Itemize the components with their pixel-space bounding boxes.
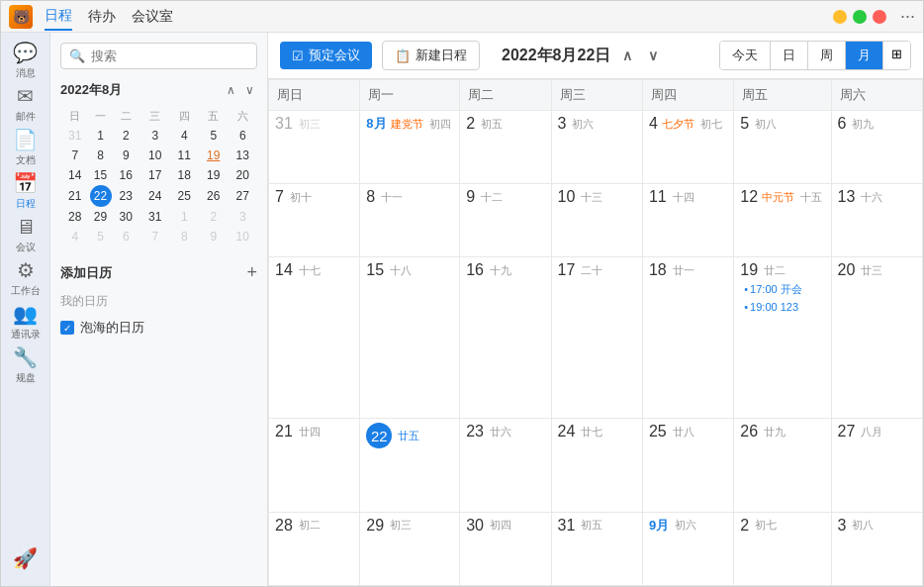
cal-cell[interactable]: 26廿九	[734, 419, 831, 512]
mini-cal-day[interactable]: 31	[60, 126, 90, 146]
mini-cal-day[interactable]: 13	[229, 146, 258, 165]
cal-cell[interactable]: 31初五	[551, 512, 642, 585]
sidebar-item-calendar[interactable]: 📅 日程	[6, 171, 46, 211]
mini-cal-day[interactable]: 27	[229, 185, 258, 207]
mini-cal-day[interactable]: 11	[170, 146, 200, 165]
sidebar-item-meeting[interactable]: 🖥 会议	[6, 215, 46, 254]
cal-cell[interactable]: 29初三	[360, 512, 460, 585]
mini-cal-day[interactable]: 30	[112, 207, 141, 227]
day-view-button[interactable]: 日	[771, 42, 808, 69]
cal-cell[interactable]: 18廿一	[642, 257, 733, 419]
nav-meeting-room[interactable]: 会议室	[132, 4, 173, 30]
mini-cal-next[interactable]: ∨	[242, 82, 257, 98]
search-input[interactable]	[91, 49, 248, 63]
mini-cal-day[interactable]: 10	[229, 227, 258, 246]
mini-cal-day[interactable]: 25	[170, 185, 200, 207]
mini-cal-day[interactable]: 16	[112, 165, 141, 185]
cal-cell[interactable]: 11十四	[642, 184, 733, 257]
cal-cell[interactable]: 10十三	[551, 184, 642, 257]
next-period-button[interactable]: ∨	[644, 46, 662, 65]
mini-cal-day[interactable]: 3	[229, 207, 258, 227]
cal-cell[interactable]: 8十一	[360, 184, 460, 257]
mini-cal-day[interactable]: 19	[199, 146, 229, 165]
mini-cal-day[interactable]: 6	[229, 126, 258, 146]
event-1900[interactable]: 19:00 123	[740, 300, 824, 314]
mini-cal-day[interactable]: 1	[170, 207, 200, 227]
cal-cell[interactable]: 19廿二 17:00 开会 19:00 123	[734, 257, 831, 419]
cal-cell[interactable]: 4七夕节初七	[642, 111, 733, 184]
cal-cell[interactable]: 20廿三	[831, 257, 922, 419]
cal-cell[interactable]: 9月初六	[642, 512, 733, 585]
mini-cal-day[interactable]: 17	[140, 165, 170, 185]
cal-cell[interactable]: 9十二	[460, 184, 551, 257]
mini-cal-day[interactable]: 1	[90, 126, 112, 146]
sidebar-item-mail[interactable]: ✉ 邮件	[6, 84, 46, 124]
cal-cell[interactable]: 5初八	[734, 111, 831, 184]
calendar-checkbox[interactable]: ✓	[60, 321, 74, 335]
cal-cell[interactable]: 17二十	[551, 257, 642, 419]
cal-cell[interactable]: 2初五	[460, 111, 551, 184]
mini-cal-day[interactable]: 7	[140, 227, 170, 246]
mini-cal-day[interactable]: 5	[90, 227, 112, 246]
cal-cell[interactable]: 25廿八	[642, 419, 733, 512]
sidebar-item-bottom[interactable]: 🚀	[6, 538, 46, 578]
cal-cell[interactable]: 30初四	[460, 512, 551, 585]
mini-cal-day[interactable]: 29	[90, 207, 112, 227]
mini-cal-day[interactable]: 24	[140, 185, 170, 207]
sidebar-item-messages[interactable]: 💬 消息	[6, 41, 46, 80]
mini-cal-day[interactable]: 7	[60, 146, 90, 165]
mini-cal-day[interactable]: 15	[90, 165, 112, 185]
mini-cal-day[interactable]: 6	[112, 227, 141, 246]
cal-cell[interactable]: 16十九	[460, 257, 551, 419]
restore-button[interactable]	[853, 10, 867, 24]
sidebar-item-docs[interactable]: 📄 文档	[6, 128, 46, 167]
mini-cal-today[interactable]: 22	[90, 185, 112, 207]
cal-cell[interactable]: 12中元节十五	[734, 184, 831, 257]
mini-cal-day[interactable]: 3	[140, 126, 170, 146]
prev-period-button[interactable]: ∧	[618, 46, 636, 65]
cal-cell[interactable]: 15十八	[360, 257, 460, 419]
more-view-button[interactable]: ⊞	[883, 42, 910, 69]
minimize-button[interactable]	[833, 10, 847, 24]
mini-cal-day[interactable]: 4	[60, 227, 90, 246]
search-box[interactable]: 🔍	[60, 43, 257, 69]
mini-cal-day[interactable]: 2	[199, 207, 229, 227]
mini-cal-day[interactable]: 4	[170, 126, 200, 146]
close-button[interactable]	[873, 10, 886, 24]
cal-cell[interactable]: 8月 建党节 初四	[360, 111, 460, 184]
add-calendar-section[interactable]: 添加日历 +	[60, 262, 257, 283]
mini-cal-day[interactable]: 2	[112, 126, 141, 146]
cal-cell[interactable]: 14十七	[269, 257, 360, 419]
mini-cal-day[interactable]: 31	[140, 207, 170, 227]
cal-cell[interactable]: 6初九	[831, 111, 922, 184]
week-view-button[interactable]: 周	[808, 42, 846, 69]
mini-cal-day[interactable]: 9	[112, 146, 141, 165]
add-calendar-button[interactable]: +	[246, 262, 257, 283]
mini-cal-day[interactable]: 26	[199, 185, 229, 207]
cal-cell[interactable]: 7初十	[269, 184, 360, 257]
nav-schedule[interactable]: 日程	[45, 3, 72, 31]
mini-cal-day[interactable]: 14	[60, 165, 90, 185]
mini-cal-day[interactable]: 18	[170, 165, 200, 185]
today-button[interactable]: 今天	[720, 42, 771, 69]
mini-cal-day[interactable]: 8	[90, 146, 112, 165]
sidebar-item-contacts[interactable]: 👥 通讯录	[6, 302, 46, 342]
cal-cell[interactable]: 3初八	[831, 512, 922, 585]
mini-cal-day[interactable]: 8	[170, 227, 200, 246]
mini-cal-day[interactable]: 5	[199, 126, 229, 146]
mini-cal-day[interactable]: 28	[60, 207, 90, 227]
cal-cell[interactable]: 3初六	[551, 111, 642, 184]
cal-cell[interactable]: 24廿七	[551, 419, 642, 512]
mini-cal-day[interactable]: 20	[229, 165, 258, 185]
new-event-button[interactable]: 📋 新建日程	[382, 41, 480, 70]
cal-cell[interactable]: 21廿四	[269, 419, 360, 512]
mini-cal-prev[interactable]: ∧	[224, 82, 238, 98]
month-view-button[interactable]: 月	[846, 42, 883, 69]
cal-cell[interactable]: 2初七	[734, 512, 831, 585]
schedule-meeting-button[interactable]: ☑ 预定会议	[280, 42, 372, 69]
mini-cal-day[interactable]: 23	[112, 185, 141, 207]
cal-cell[interactable]: 27八月	[831, 419, 922, 512]
sidebar-item-settings[interactable]: 🔧 规盘	[6, 345, 46, 385]
event-1700[interactable]: 17:00 开会	[740, 281, 824, 298]
mini-cal-day[interactable]: 9	[199, 227, 229, 246]
